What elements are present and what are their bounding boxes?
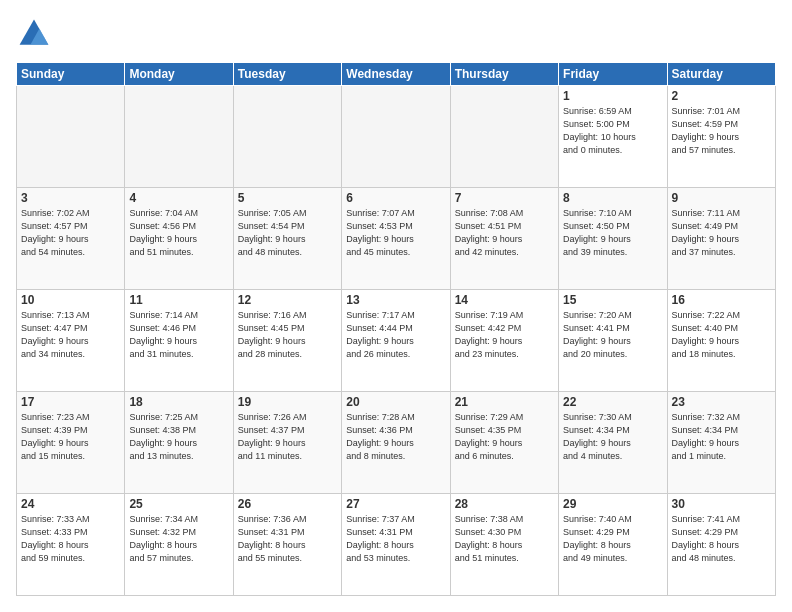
calendar-cell: 21Sunrise: 7:29 AM Sunset: 4:35 PM Dayli… — [450, 392, 558, 494]
day-number: 11 — [129, 293, 228, 307]
calendar-cell: 27Sunrise: 7:37 AM Sunset: 4:31 PM Dayli… — [342, 494, 450, 596]
day-info: Sunrise: 7:32 AM Sunset: 4:34 PM Dayligh… — [672, 411, 771, 463]
day-number: 20 — [346, 395, 445, 409]
calendar-cell: 9Sunrise: 7:11 AM Sunset: 4:49 PM Daylig… — [667, 188, 775, 290]
day-info: Sunrise: 7:16 AM Sunset: 4:45 PM Dayligh… — [238, 309, 337, 361]
day-info: Sunrise: 7:41 AM Sunset: 4:29 PM Dayligh… — [672, 513, 771, 565]
day-info: Sunrise: 7:34 AM Sunset: 4:32 PM Dayligh… — [129, 513, 228, 565]
day-info: Sunrise: 7:20 AM Sunset: 4:41 PM Dayligh… — [563, 309, 662, 361]
day-number: 17 — [21, 395, 120, 409]
day-info: Sunrise: 7:38 AM Sunset: 4:30 PM Dayligh… — [455, 513, 554, 565]
logo-icon — [16, 16, 52, 52]
calendar-header-monday: Monday — [125, 63, 233, 86]
calendar-cell: 20Sunrise: 7:28 AM Sunset: 4:36 PM Dayli… — [342, 392, 450, 494]
calendar-cell: 3Sunrise: 7:02 AM Sunset: 4:57 PM Daylig… — [17, 188, 125, 290]
day-info: Sunrise: 7:17 AM Sunset: 4:44 PM Dayligh… — [346, 309, 445, 361]
day-info: Sunrise: 7:23 AM Sunset: 4:39 PM Dayligh… — [21, 411, 120, 463]
day-info: Sunrise: 6:59 AM Sunset: 5:00 PM Dayligh… — [563, 105, 662, 157]
day-info: Sunrise: 7:14 AM Sunset: 4:46 PM Dayligh… — [129, 309, 228, 361]
day-number: 26 — [238, 497, 337, 511]
calendar-header-row: SundayMondayTuesdayWednesdayThursdayFrid… — [17, 63, 776, 86]
day-number: 19 — [238, 395, 337, 409]
calendar-week-1: 1Sunrise: 6:59 AM Sunset: 5:00 PM Daylig… — [17, 86, 776, 188]
calendar-cell: 8Sunrise: 7:10 AM Sunset: 4:50 PM Daylig… — [559, 188, 667, 290]
day-number: 27 — [346, 497, 445, 511]
calendar-cell: 10Sunrise: 7:13 AM Sunset: 4:47 PM Dayli… — [17, 290, 125, 392]
calendar-header-wednesday: Wednesday — [342, 63, 450, 86]
day-info: Sunrise: 7:01 AM Sunset: 4:59 PM Dayligh… — [672, 105, 771, 157]
day-info: Sunrise: 7:33 AM Sunset: 4:33 PM Dayligh… — [21, 513, 120, 565]
calendar-header-tuesday: Tuesday — [233, 63, 341, 86]
calendar-cell: 2Sunrise: 7:01 AM Sunset: 4:59 PM Daylig… — [667, 86, 775, 188]
calendar-cell: 23Sunrise: 7:32 AM Sunset: 4:34 PM Dayli… — [667, 392, 775, 494]
logo — [16, 16, 56, 52]
day-info: Sunrise: 7:19 AM Sunset: 4:42 PM Dayligh… — [455, 309, 554, 361]
day-info: Sunrise: 7:36 AM Sunset: 4:31 PM Dayligh… — [238, 513, 337, 565]
calendar-header-friday: Friday — [559, 63, 667, 86]
day-number: 22 — [563, 395, 662, 409]
day-number: 10 — [21, 293, 120, 307]
calendar-cell: 28Sunrise: 7:38 AM Sunset: 4:30 PM Dayli… — [450, 494, 558, 596]
calendar-cell: 18Sunrise: 7:25 AM Sunset: 4:38 PM Dayli… — [125, 392, 233, 494]
calendar-cell: 4Sunrise: 7:04 AM Sunset: 4:56 PM Daylig… — [125, 188, 233, 290]
page: SundayMondayTuesdayWednesdayThursdayFrid… — [0, 0, 792, 612]
calendar-week-4: 17Sunrise: 7:23 AM Sunset: 4:39 PM Dayli… — [17, 392, 776, 494]
calendar-cell: 26Sunrise: 7:36 AM Sunset: 4:31 PM Dayli… — [233, 494, 341, 596]
calendar-cell — [450, 86, 558, 188]
day-info: Sunrise: 7:28 AM Sunset: 4:36 PM Dayligh… — [346, 411, 445, 463]
day-number: 6 — [346, 191, 445, 205]
day-number: 30 — [672, 497, 771, 511]
day-number: 25 — [129, 497, 228, 511]
calendar-cell — [342, 86, 450, 188]
header — [16, 16, 776, 52]
day-info: Sunrise: 7:07 AM Sunset: 4:53 PM Dayligh… — [346, 207, 445, 259]
calendar-cell: 11Sunrise: 7:14 AM Sunset: 4:46 PM Dayli… — [125, 290, 233, 392]
day-number: 2 — [672, 89, 771, 103]
calendar-table: SundayMondayTuesdayWednesdayThursdayFrid… — [16, 62, 776, 596]
day-number: 29 — [563, 497, 662, 511]
day-number: 15 — [563, 293, 662, 307]
calendar-cell — [233, 86, 341, 188]
calendar-cell: 7Sunrise: 7:08 AM Sunset: 4:51 PM Daylig… — [450, 188, 558, 290]
calendar-cell — [17, 86, 125, 188]
calendar-cell: 14Sunrise: 7:19 AM Sunset: 4:42 PM Dayli… — [450, 290, 558, 392]
day-info: Sunrise: 7:37 AM Sunset: 4:31 PM Dayligh… — [346, 513, 445, 565]
day-info: Sunrise: 7:05 AM Sunset: 4:54 PM Dayligh… — [238, 207, 337, 259]
day-info: Sunrise: 7:25 AM Sunset: 4:38 PM Dayligh… — [129, 411, 228, 463]
day-number: 14 — [455, 293, 554, 307]
day-number: 23 — [672, 395, 771, 409]
calendar-week-5: 24Sunrise: 7:33 AM Sunset: 4:33 PM Dayli… — [17, 494, 776, 596]
day-number: 13 — [346, 293, 445, 307]
day-info: Sunrise: 7:13 AM Sunset: 4:47 PM Dayligh… — [21, 309, 120, 361]
day-number: 24 — [21, 497, 120, 511]
day-info: Sunrise: 7:10 AM Sunset: 4:50 PM Dayligh… — [563, 207, 662, 259]
day-number: 4 — [129, 191, 228, 205]
day-number: 3 — [21, 191, 120, 205]
calendar-header-sunday: Sunday — [17, 63, 125, 86]
calendar-cell: 30Sunrise: 7:41 AM Sunset: 4:29 PM Dayli… — [667, 494, 775, 596]
day-number: 28 — [455, 497, 554, 511]
day-number: 5 — [238, 191, 337, 205]
day-number: 21 — [455, 395, 554, 409]
calendar-cell: 16Sunrise: 7:22 AM Sunset: 4:40 PM Dayli… — [667, 290, 775, 392]
day-number: 1 — [563, 89, 662, 103]
calendar-week-2: 3Sunrise: 7:02 AM Sunset: 4:57 PM Daylig… — [17, 188, 776, 290]
calendar-cell: 1Sunrise: 6:59 AM Sunset: 5:00 PM Daylig… — [559, 86, 667, 188]
day-info: Sunrise: 7:22 AM Sunset: 4:40 PM Dayligh… — [672, 309, 771, 361]
calendar-header-saturday: Saturday — [667, 63, 775, 86]
calendar-cell: 6Sunrise: 7:07 AM Sunset: 4:53 PM Daylig… — [342, 188, 450, 290]
day-number: 7 — [455, 191, 554, 205]
calendar-cell: 24Sunrise: 7:33 AM Sunset: 4:33 PM Dayli… — [17, 494, 125, 596]
day-number: 8 — [563, 191, 662, 205]
day-number: 18 — [129, 395, 228, 409]
day-info: Sunrise: 7:30 AM Sunset: 4:34 PM Dayligh… — [563, 411, 662, 463]
calendar-cell — [125, 86, 233, 188]
day-number: 9 — [672, 191, 771, 205]
calendar-cell: 17Sunrise: 7:23 AM Sunset: 4:39 PM Dayli… — [17, 392, 125, 494]
calendar-cell: 25Sunrise: 7:34 AM Sunset: 4:32 PM Dayli… — [125, 494, 233, 596]
calendar-week-3: 10Sunrise: 7:13 AM Sunset: 4:47 PM Dayli… — [17, 290, 776, 392]
day-number: 16 — [672, 293, 771, 307]
calendar-cell: 22Sunrise: 7:30 AM Sunset: 4:34 PM Dayli… — [559, 392, 667, 494]
calendar-cell: 12Sunrise: 7:16 AM Sunset: 4:45 PM Dayli… — [233, 290, 341, 392]
calendar-cell: 13Sunrise: 7:17 AM Sunset: 4:44 PM Dayli… — [342, 290, 450, 392]
